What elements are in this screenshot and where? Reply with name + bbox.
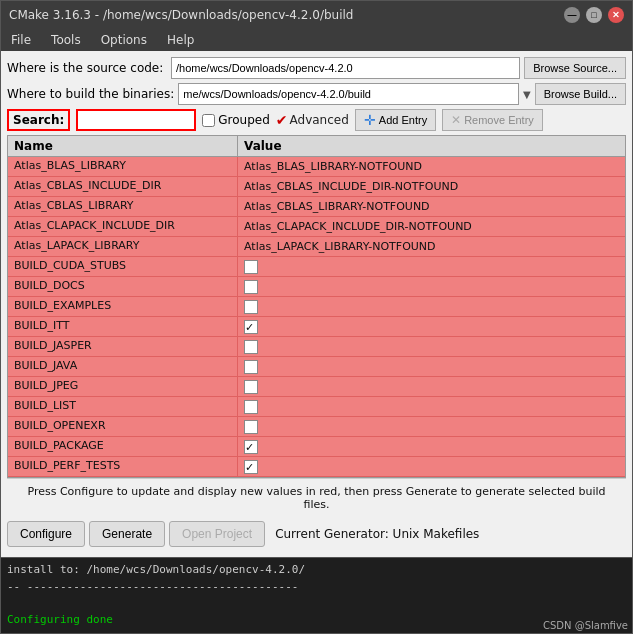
cell-name: BUILD_LIST [8,397,238,416]
add-entry-label: Add Entry [379,114,427,126]
checkbox-cell[interactable] [244,360,258,374]
grouped-label-text: Grouped [218,113,270,127]
cell-name: Atlas_LAPACK_LIBRARY [8,237,238,256]
close-button[interactable]: ✕ [608,7,624,23]
cell-name: BUILD_EXAMPLES [8,297,238,316]
table-body[interactable]: Atlas_BLAS_LIBRARYAtlas_BLAS_LIBRARY-NOT… [8,157,625,477]
cell-name: BUILD_JASPER [8,337,238,356]
cell-value[interactable]: ✓ [238,457,625,476]
search-label: Search: [7,109,70,131]
cell-name: Atlas_CLAPACK_INCLUDE_DIR [8,217,238,236]
table-row[interactable]: Atlas_LAPACK_LIBRARYAtlas_LAPACK_LIBRARY… [8,237,625,257]
cell-value[interactable] [238,257,625,276]
cell-value[interactable] [238,357,625,376]
source-label: Where is the source code: [7,61,167,75]
cell-value[interactable] [238,397,625,416]
cmake-table: Name Value Atlas_BLAS_LIBRARYAtlas_BLAS_… [7,135,626,478]
window-controls: — □ ✕ [564,7,624,23]
table-row[interactable]: BUILD_EXAMPLES [8,297,625,317]
table-row[interactable]: BUILD_DOCS [8,277,625,297]
table-row[interactable]: BUILD_ITT✓ [8,317,625,337]
cell-value[interactable] [238,337,625,356]
minimize-button[interactable]: — [564,7,580,23]
checkbox-cell[interactable] [244,340,258,354]
table-row[interactable]: Atlas_CLAPACK_INCLUDE_DIRAtlas_CLAPACK_I… [8,217,625,237]
cell-name: BUILD_ITT [8,317,238,336]
remove-entry-label: Remove Entry [464,114,534,126]
checkbox-cell[interactable] [244,280,258,294]
cell-name: Atlas_BLAS_LIBRARY [8,157,238,176]
open-project-button[interactable]: Open Project [169,521,265,547]
browse-build-button[interactable]: Browse Build... [535,83,626,105]
table-header: Name Value [8,136,625,157]
remove-entry-button[interactable]: ✕ Remove Entry [442,109,543,131]
status-bar: Press Configure to update and display ne… [7,478,626,517]
advanced-label-text: Advanced [290,113,349,127]
cell-name: BUILD_DOCS [8,277,238,296]
plus-icon: ✛ [364,112,376,128]
search-input[interactable] [76,109,196,131]
table-row[interactable]: BUILD_JASPER [8,337,625,357]
title-bar: CMake 3.16.3 - /home/wcs/Downloads/openc… [1,1,632,29]
checkmark-icon: ✔ [276,112,288,128]
table-row[interactable]: BUILD_JAVA [8,357,625,377]
table-row[interactable]: Atlas_BLAS_LIBRARYAtlas_BLAS_LIBRARY-NOT… [8,157,625,177]
search-bar: Search: Grouped ✔ Advanced ✛ Add Entry ✕… [7,109,626,131]
checkbox-cell[interactable] [244,260,258,274]
build-dropdown-arrow[interactable]: ▼ [523,89,531,100]
advanced-label[interactable]: ✔ Advanced [276,112,349,128]
checkbox-cell[interactable]: ✓ [244,460,258,474]
cell-value[interactable] [238,377,625,396]
source-input[interactable] [171,57,520,79]
checkbox-cell[interactable]: ✓ [244,440,258,454]
generate-button[interactable]: Generate [89,521,165,547]
log-line: install to: /home/wcs/Downloads/opencv-4… [7,562,626,579]
watermark: CSDN @Slamfive [543,620,628,631]
table-row[interactable]: BUILD_PACKAGE✓ [8,437,625,457]
log-line: -- -------------------------------------… [7,579,626,596]
grouped-checkbox-label[interactable]: Grouped [202,113,270,127]
table-row[interactable]: BUILD_JPEG [8,377,625,397]
status-text: Press Configure to update and display ne… [27,485,605,511]
checkbox-cell[interactable] [244,380,258,394]
table-row[interactable]: Atlas_CBLAS_LIBRARYAtlas_CBLAS_LIBRARY-N… [8,197,625,217]
checkbox-cell[interactable] [244,420,258,434]
cell-value[interactable]: ✓ [238,317,625,336]
cell-value[interactable] [238,417,625,436]
cell-value: Atlas_CBLAS_INCLUDE_DIR-NOTFOUND [238,177,625,196]
menubar: File Tools Options Help [1,29,632,51]
cell-value[interactable]: ✓ [238,437,625,456]
menu-options[interactable]: Options [95,31,153,49]
header-name: Name [8,136,238,156]
cell-value: Atlas_BLAS_LIBRARY-NOTFOUND [238,157,625,176]
cell-name: Atlas_CBLAS_INCLUDE_DIR [8,177,238,196]
menu-tools[interactable]: Tools [45,31,87,49]
table-row[interactable]: Atlas_CBLAS_INCLUDE_DIRAtlas_CBLAS_INCLU… [8,177,625,197]
log-area: install to: /home/wcs/Downloads/opencv-4… [1,557,632,633]
build-row: Where to build the binaries: ▼ Browse Bu… [7,83,626,105]
checkbox-cell[interactable] [244,300,258,314]
table-row[interactable]: BUILD_LIST [8,397,625,417]
cell-value: Atlas_CBLAS_LIBRARY-NOTFOUND [238,197,625,216]
cell-value[interactable] [238,277,625,296]
build-input[interactable] [178,83,519,105]
log-line: Configuring done [7,612,626,629]
maximize-button[interactable]: □ [586,7,602,23]
button-row: Configure Generate Open Project Current … [7,517,626,551]
checkbox-cell[interactable] [244,400,258,414]
cell-value[interactable] [238,297,625,316]
cell-name: BUILD_PACKAGE [8,437,238,456]
menu-help[interactable]: Help [161,31,200,49]
menu-file[interactable]: File [5,31,37,49]
table-row[interactable]: BUILD_OPENEXR [8,417,625,437]
table-row[interactable]: BUILD_PERF_TESTS✓ [8,457,625,477]
checkbox-cell[interactable]: ✓ [244,320,258,334]
add-entry-button[interactable]: ✛ Add Entry [355,109,436,131]
grouped-checkbox[interactable] [202,114,215,127]
cell-name: BUILD_OPENEXR [8,417,238,436]
log-line [7,595,626,612]
table-row[interactable]: BUILD_CUDA_STUBS [8,257,625,277]
remove-icon: ✕ [451,113,461,127]
browse-source-button[interactable]: Browse Source... [524,57,626,79]
configure-button[interactable]: Configure [7,521,85,547]
